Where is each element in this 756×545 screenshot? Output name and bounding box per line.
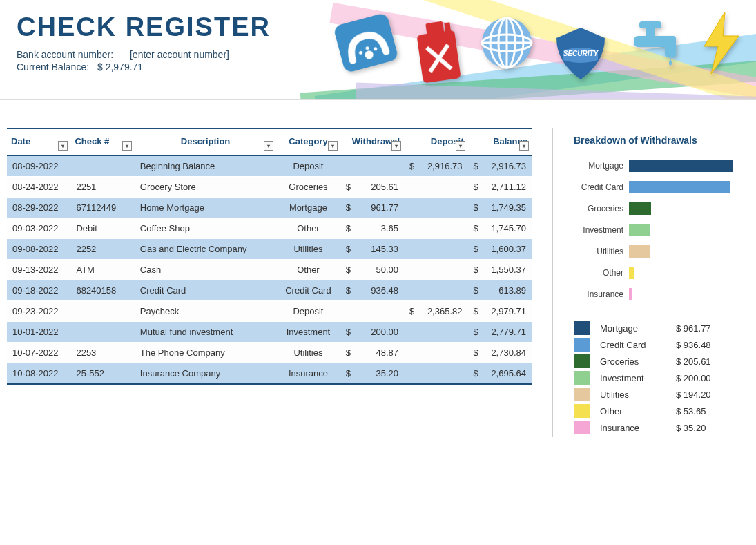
table-row[interactable]: 10-08-202225-552Insurance CompanyInsuran… <box>7 363 532 385</box>
chart-category-label: Groceries <box>574 204 629 213</box>
table-row[interactable]: 09-08-20222252Gas and Electric CompanyUt… <box>7 239 532 260</box>
chart-bar <box>629 181 730 193</box>
chart-bar <box>629 160 733 172</box>
chart-bar <box>629 224 650 236</box>
security-label: SECURITY <box>550 50 612 57</box>
phone-icon <box>329 8 403 78</box>
chart-row: Mortgage <box>574 160 749 172</box>
chart-row: Credit Card <box>574 181 749 193</box>
chart-bar <box>629 245 650 258</box>
legend-row: Other$ 53.65 <box>574 404 749 418</box>
legend-value: $ 53.65 <box>676 406 724 417</box>
svg-rect-17 <box>639 21 661 28</box>
globe-icon <box>479 15 534 70</box>
legend-name: Insurance <box>600 423 676 433</box>
legend-swatch <box>574 388 590 401</box>
legend-row: Investment$ 200.00 <box>574 371 749 385</box>
legend-swatch <box>574 421 590 434</box>
current-balance-value: $ 2,979.71 <box>97 61 143 73</box>
legend-value: $ 205.61 <box>676 356 724 367</box>
chart-category-label: Mortgage <box>574 161 629 171</box>
withdrawals-legend: Mortgage$ 961.77Credit Card$ 936.48Groce… <box>574 321 749 434</box>
register-table: Date▾ Check #▾ Description▾ Category▾ Wi… <box>7 128 532 385</box>
table-row[interactable]: 08-09-2022Beginning BalanceDeposit$2,916… <box>7 155 532 177</box>
legend-swatch <box>574 321 590 335</box>
chart-category-label: Credit Card <box>574 182 629 192</box>
col-header-date: Date▾ <box>7 128 70 155</box>
table-row[interactable]: 09-23-2022PaycheckDeposit$2,365.82$2,979… <box>7 301 532 322</box>
legend-name: Investment <box>600 373 676 383</box>
legend-name: Groceries <box>600 356 676 367</box>
gas-can-icon <box>408 15 468 88</box>
header-banner: CHECK REGISTER Bank account number: [ent… <box>0 0 756 100</box>
account-number-field[interactable]: [enter account number] <box>122 49 229 60</box>
filter-description-button[interactable]: ▾ <box>264 141 273 151</box>
filter-deposit-button[interactable]: ▾ <box>456 141 465 151</box>
legend-name: Credit Card <box>600 340 676 350</box>
table-row[interactable]: 09-13-2022ATMCashOther$50.00$1,550.37 <box>7 260 532 280</box>
chart-row: Other <box>574 267 749 279</box>
legend-row: Utilities$ 194.20 <box>574 388 749 401</box>
col-header-description: Description▾ <box>135 128 276 155</box>
legend-value: $ 936.48 <box>676 340 724 350</box>
col-header-category: Category▾ <box>276 128 340 155</box>
faucet-icon <box>627 19 686 67</box>
chart-bar <box>629 267 634 279</box>
chart-title: Breakdown of Withdrawals <box>574 135 749 146</box>
table-row[interactable]: 08-24-20222251Grocery StoreGroceries$205… <box>7 177 532 198</box>
chart-bar <box>629 288 632 300</box>
table-row[interactable]: 10-01-2022Mutual fund investmentInvestme… <box>7 322 532 343</box>
filter-balance-button[interactable]: ▾ <box>519 141 529 151</box>
chart-row: Groceries <box>574 202 749 215</box>
chart-category-label: Investment <box>574 225 629 235</box>
filter-date-button[interactable]: ▾ <box>58 141 68 151</box>
account-number-label: Bank account number: <box>17 49 113 60</box>
breakdown-panel: Breakdown of Withdrawals MortgageCredit … <box>552 128 749 437</box>
legend-value: $ 35.20 <box>676 423 724 433</box>
page-title: CHECK REGISTER <box>17 12 271 42</box>
legend-value: $ 200.00 <box>676 373 724 383</box>
legend-name: Utilities <box>600 390 676 400</box>
legend-row: Credit Card$ 936.48 <box>574 338 749 352</box>
col-header-deposit: Deposit▾ <box>404 128 467 155</box>
legend-swatch <box>574 371 590 385</box>
legend-swatch <box>574 338 590 352</box>
legend-value: $ 961.77 <box>676 323 724 334</box>
legend-swatch <box>574 404 590 418</box>
table-row[interactable]: 08-29-202267112449Home MortgageMortgage$… <box>7 198 532 218</box>
col-header-withdrawal: Withdrawal▾ <box>340 128 404 155</box>
legend-name: Mortgage <box>600 323 676 334</box>
chart-bar <box>629 202 651 215</box>
table-row[interactable]: 09-18-202268240158Credit CardCredit Card… <box>7 280 532 301</box>
chart-row: Insurance <box>574 288 749 300</box>
filter-withdrawal-button[interactable]: ▾ <box>391 141 401 151</box>
legend-row: Groceries$ 205.61 <box>574 354 749 368</box>
register-table-panel: Date▾ Check #▾ Description▾ Category▾ Wi… <box>7 128 532 437</box>
legend-row: Insurance$ 35.20 <box>574 421 749 434</box>
legend-swatch <box>574 354 590 368</box>
svg-rect-15 <box>665 36 676 57</box>
col-header-check: Check #▾ <box>70 128 134 155</box>
legend-name: Other <box>600 406 676 417</box>
svg-rect-6 <box>425 21 444 36</box>
lightning-icon <box>701 12 742 74</box>
table-row[interactable]: 10-07-20222253The Phone CompanyUtilities… <box>7 343 532 363</box>
legend-value: $ 194.20 <box>676 390 724 400</box>
chart-row: Utilities <box>574 245 749 258</box>
filter-category-button[interactable]: ▾ <box>328 141 338 151</box>
filter-check-button[interactable]: ▾ <box>122 141 132 151</box>
svg-rect-0 <box>333 12 398 73</box>
chart-category-label: Utilities <box>574 247 629 256</box>
table-row[interactable]: 09-03-2022DebitCoffee ShopOther$3.65$1,7… <box>7 218 532 239</box>
withdrawals-bar-chart: MortgageCredit CardGroceriesInvestmentUt… <box>574 160 749 300</box>
legend-row: Mortgage$ 961.77 <box>574 321 749 335</box>
col-header-balance: Balance▾ <box>468 128 532 155</box>
chart-row: Investment <box>574 224 749 236</box>
chart-category-label: Other <box>574 268 629 278</box>
current-balance-label: Current Balance: <box>17 61 89 73</box>
chart-category-label: Insurance <box>574 289 629 299</box>
